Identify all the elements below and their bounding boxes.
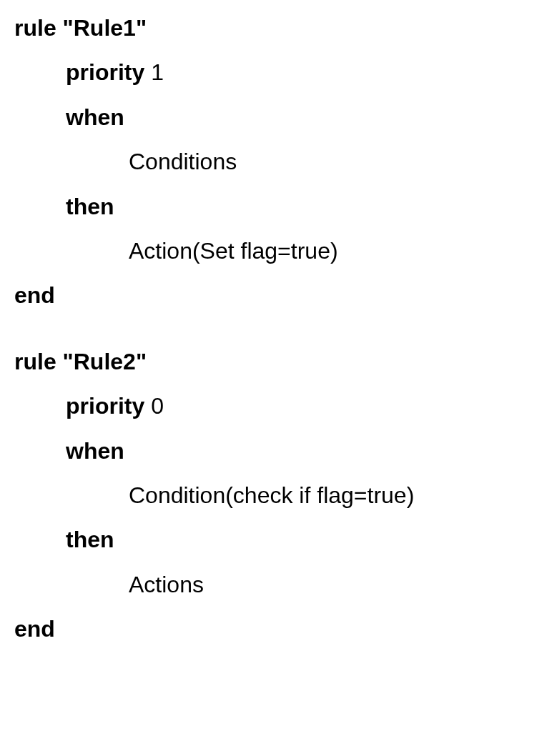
priority-keyword: priority <box>66 393 144 419</box>
rule-block-1: rule "Rule1" priority 1 when Conditions … <box>14 6 543 318</box>
when-keyword: when <box>14 429 543 473</box>
when-keyword: when <box>14 95 543 139</box>
priority-line: priority 0 <box>14 384 543 428</box>
end-keyword: end <box>14 607 543 651</box>
priority-value: 1 <box>151 59 164 85</box>
priority-keyword: priority <box>66 59 144 85</box>
end-keyword: end <box>14 273 543 317</box>
rule-name: "Rule2" <box>63 349 147 374</box>
rule-declaration: rule "Rule1" <box>14 6 543 50</box>
then-keyword: then <box>14 184 543 229</box>
action-text: Action(Set flag=true) <box>14 229 543 273</box>
priority-value: 0 <box>151 393 164 419</box>
condition-text: Conditions <box>14 139 543 184</box>
rule-name: "Rule1" <box>63 15 147 41</box>
rule-keyword: rule <box>14 349 56 374</box>
action-text: Actions <box>14 562 543 607</box>
rule-declaration: rule "Rule2" <box>14 339 543 384</box>
rule-keyword: rule <box>14 15 56 41</box>
condition-text: Condition(check if flag=true) <box>14 473 543 517</box>
priority-line: priority 1 <box>14 50 543 94</box>
rule-block-2: rule "Rule2" priority 0 when Condition(c… <box>14 339 543 652</box>
then-keyword: then <box>14 517 543 562</box>
